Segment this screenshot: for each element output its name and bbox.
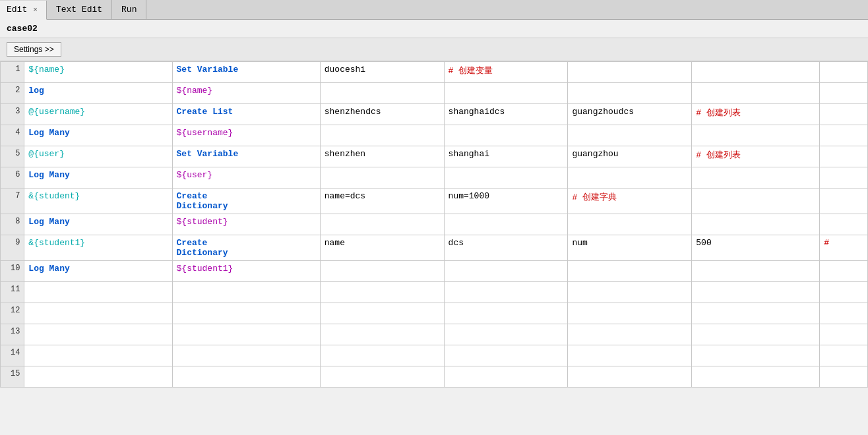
cell-9-7[interactable]: # xyxy=(820,235,868,261)
table-row[interactable]: 3@{username}Create Listshenzhendcsshangh… xyxy=(1,104,868,125)
cell-9-4[interactable]: dcs xyxy=(444,235,568,261)
cell-12-6[interactable] xyxy=(692,303,820,324)
cell-11-4[interactable] xyxy=(444,282,568,303)
cell-12-1[interactable] xyxy=(24,303,172,324)
cell-12-4[interactable] xyxy=(444,303,568,324)
cell-9-3[interactable]: name xyxy=(320,235,444,261)
cell-15-6[interactable] xyxy=(692,366,820,388)
cell-11-7[interactable] xyxy=(820,282,868,303)
cell-8-2[interactable]: ${student} xyxy=(172,214,320,235)
cell-8-4[interactable] xyxy=(444,214,568,235)
cell-12-3[interactable] xyxy=(320,303,444,324)
cell-15-2[interactable] xyxy=(172,366,320,388)
cell-4-4[interactable] xyxy=(444,125,568,146)
cell-15-7[interactable] xyxy=(820,366,868,388)
cell-13-1[interactable] xyxy=(24,324,172,345)
cell-7-4[interactable]: num=1000 xyxy=(444,188,568,214)
cell-11-5[interactable] xyxy=(568,282,692,303)
cell-8-6[interactable] xyxy=(692,214,820,235)
cell-1-4[interactable]: # 创建变量 xyxy=(444,62,568,83)
cell-3-1[interactable]: @{username} xyxy=(24,104,172,125)
cell-3-2[interactable]: Create List xyxy=(172,104,320,125)
cell-1-2[interactable]: Set Variable xyxy=(172,62,320,83)
cell-14-5[interactable] xyxy=(568,345,692,366)
cell-13-6[interactable] xyxy=(692,324,820,345)
cell-11-2[interactable] xyxy=(172,282,320,303)
cell-7-5[interactable]: # 创建字典 xyxy=(568,188,692,214)
cell-14-6[interactable] xyxy=(692,345,820,366)
cell-5-4[interactable]: shanghai xyxy=(444,146,568,167)
cell-5-2[interactable]: Set Variable xyxy=(172,146,320,167)
cell-9-5[interactable]: num xyxy=(568,235,692,261)
cell-3-3[interactable]: shenzhendcs xyxy=(320,104,444,125)
cell-4-3[interactable] xyxy=(320,125,444,146)
cell-15-5[interactable] xyxy=(568,366,692,388)
cell-2-5[interactable] xyxy=(568,83,692,104)
cell-15-1[interactable] xyxy=(24,366,172,388)
table-row[interactable]: 7&{student}Create Dictionaryname=dcsnum=… xyxy=(1,188,868,214)
cell-8-7[interactable] xyxy=(820,214,868,235)
cell-12-2[interactable] xyxy=(172,303,320,324)
table-row[interactable]: 9&{student1}Create Dictionarynamedcsnum5… xyxy=(1,235,868,261)
cell-5-1[interactable]: @{user} xyxy=(24,146,172,167)
cell-6-5[interactable] xyxy=(568,167,692,188)
cell-14-1[interactable] xyxy=(24,345,172,366)
cell-10-4[interactable] xyxy=(444,261,568,282)
cell-6-1[interactable]: Log Many xyxy=(24,167,172,188)
cell-4-6[interactable] xyxy=(692,125,820,146)
cell-1-3[interactable]: duoceshi xyxy=(320,62,444,83)
tab-run[interactable]: Run xyxy=(112,0,146,19)
cell-10-6[interactable] xyxy=(692,261,820,282)
cell-3-6[interactable]: # 创建列表 xyxy=(692,104,820,125)
tab-edit[interactable]: Edit × xyxy=(0,1,47,20)
cell-13-5[interactable] xyxy=(568,324,692,345)
cell-14-2[interactable] xyxy=(172,345,320,366)
cell-6-3[interactable] xyxy=(320,167,444,188)
cell-5-6[interactable]: # 创建列表 xyxy=(692,146,820,167)
cell-2-6[interactable] xyxy=(692,83,820,104)
settings-button[interactable]: Settings >> xyxy=(7,42,61,57)
cell-9-2[interactable]: Create Dictionary xyxy=(172,235,320,261)
cell-9-6[interactable]: 500 xyxy=(692,235,820,261)
cell-13-2[interactable] xyxy=(172,324,320,345)
cell-4-2[interactable]: ${username} xyxy=(172,125,320,146)
cell-10-1[interactable]: Log Many xyxy=(24,261,172,282)
cell-11-1[interactable] xyxy=(24,282,172,303)
cell-13-3[interactable] xyxy=(320,324,444,345)
cell-13-7[interactable] xyxy=(820,324,868,345)
cell-3-4[interactable]: shanghaidcs xyxy=(444,104,568,125)
cell-8-3[interactable] xyxy=(320,214,444,235)
cell-6-6[interactable] xyxy=(692,167,820,188)
cell-12-7[interactable] xyxy=(820,303,868,324)
cell-4-7[interactable] xyxy=(820,125,868,146)
cell-9-1[interactable]: &{student1} xyxy=(24,235,172,261)
cell-11-3[interactable] xyxy=(320,282,444,303)
cell-2-2[interactable]: ${name} xyxy=(172,83,320,104)
table-row[interactable]: 11 xyxy=(1,282,868,303)
cell-7-7[interactable] xyxy=(820,188,868,214)
cell-7-6[interactable] xyxy=(692,188,820,214)
cell-2-7[interactable] xyxy=(820,83,868,104)
cell-4-1[interactable]: Log Many xyxy=(24,125,172,146)
cell-7-1[interactable]: &{student} xyxy=(24,188,172,214)
table-row[interactable]: 10Log Many${student1} xyxy=(1,261,868,282)
cell-1-6[interactable] xyxy=(692,62,820,83)
cell-11-6[interactable] xyxy=(692,282,820,303)
cell-1-7[interactable] xyxy=(820,62,868,83)
cell-15-4[interactable] xyxy=(444,366,568,388)
cell-5-3[interactable]: shenzhen xyxy=(320,146,444,167)
table-row[interactable]: 4Log Many${username} xyxy=(1,125,868,146)
tab-text-edit[interactable]: Text Edit xyxy=(47,0,112,19)
cell-6-7[interactable] xyxy=(820,167,868,188)
cell-5-7[interactable] xyxy=(820,146,868,167)
table-row[interactable]: 8Log Many${student} xyxy=(1,214,868,235)
cell-12-5[interactable] xyxy=(568,303,692,324)
close-icon[interactable]: × xyxy=(31,5,40,14)
cell-5-5[interactable]: guangzhou xyxy=(568,146,692,167)
table-row[interactable]: 2log${name} xyxy=(1,83,868,104)
cell-2-3[interactable] xyxy=(320,83,444,104)
cell-13-4[interactable] xyxy=(444,324,568,345)
cell-10-3[interactable] xyxy=(320,261,444,282)
table-row[interactable]: 6Log Many${user} xyxy=(1,167,868,188)
cell-2-1[interactable]: log xyxy=(24,83,172,104)
